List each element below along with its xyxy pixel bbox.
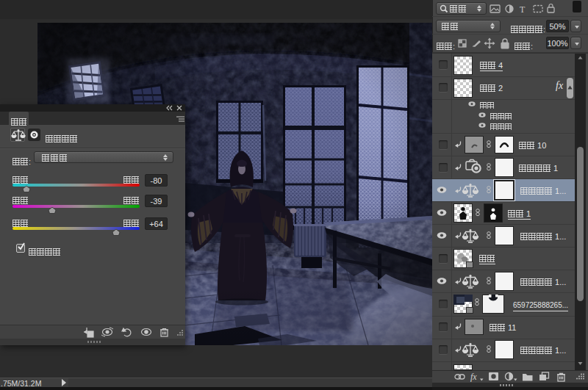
svg-text:fx: fx — [470, 372, 477, 382]
svg-text:T: T — [520, 4, 526, 15]
